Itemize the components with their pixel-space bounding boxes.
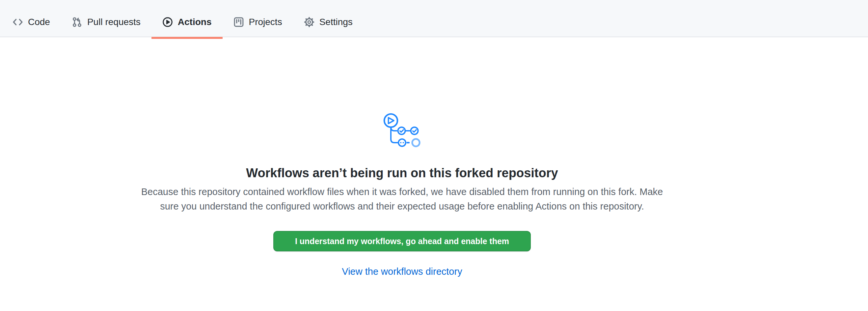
tab-label: Pull requests <box>87 18 141 27</box>
tab-projects[interactable]: Projects <box>223 7 293 37</box>
tab-label: Projects <box>249 18 282 27</box>
description-line-2: sure you understand the configured workf… <box>0 199 804 214</box>
tab-label: Actions <box>178 18 212 27</box>
repo-tab-bar: Code Pull requests Actions Projects <box>0 0 868 37</box>
description-line-1: Because this repository contained workfl… <box>0 185 804 199</box>
enable-workflows-button[interactable]: I understand my workflows, go ahead and … <box>273 231 531 251</box>
play-icon <box>162 17 173 27</box>
code-icon <box>12 17 23 27</box>
workflows-directory-link[interactable]: View the workflows directory <box>0 265 804 278</box>
workflow-graph-icon <box>382 111 422 148</box>
tab-actions[interactable]: Actions <box>152 7 223 37</box>
gear-icon <box>304 17 314 27</box>
actions-disabled-blankslate: Workflows aren’t being run on this forke… <box>0 37 804 278</box>
tab-pull-requests[interactable]: Pull requests <box>61 7 152 37</box>
project-icon <box>234 17 244 27</box>
tab-label: Settings <box>319 18 353 27</box>
blankslate-description: Because this repository contained workfl… <box>0 185 804 214</box>
page-title: Workflows aren’t being run on this forke… <box>0 165 804 181</box>
tab-settings[interactable]: Settings <box>293 7 364 37</box>
tab-label: Code <box>28 18 50 27</box>
git-pull-request-icon <box>72 17 82 27</box>
tab-code[interactable]: Code <box>2 7 61 37</box>
